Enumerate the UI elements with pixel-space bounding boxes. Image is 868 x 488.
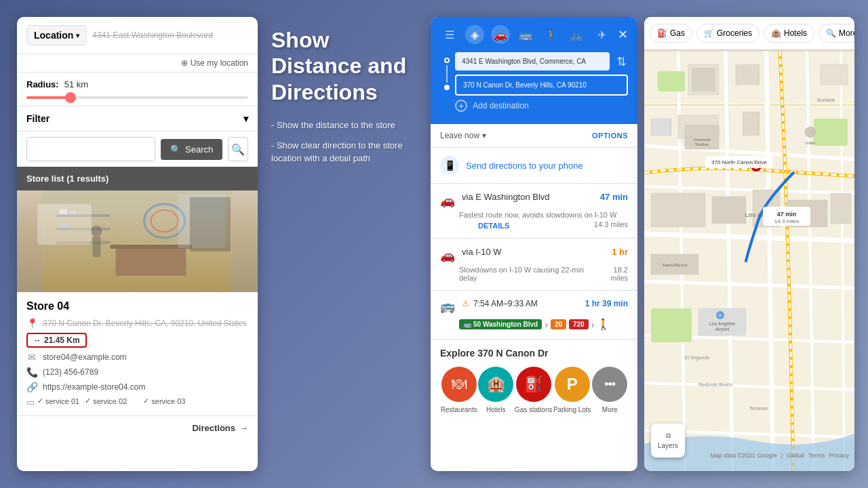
route-line: [446, 65, 448, 83]
directions-label: Directions: [192, 423, 235, 433]
svg-text:Studios: Studios: [695, 142, 709, 146]
transit-route[interactable]: 🚌 ⚠ 7:54 AM–9:33 AM 1 hr 39 min 🚌 50 Was…: [431, 291, 637, 340]
svg-rect-9: [116, 249, 186, 276]
parking-circle: P: [555, 367, 590, 402]
leave-now-button[interactable]: Leave now ▾: [440, 131, 486, 140]
svg-rect-35: [736, 64, 760, 85]
tab-bike-icon[interactable]: 🚲: [567, 25, 586, 44]
search-button[interactable]: 🔍 Search: [161, 139, 222, 160]
use-location-label: Use my location: [191, 58, 248, 68]
location-label: Location: [34, 30, 73, 41]
options-button[interactable]: OPTIONS: [592, 131, 628, 140]
distance-value: 21.45 Km: [44, 336, 80, 345]
gas-chip[interactable]: ⛽ Gas: [650, 24, 692, 43]
badge-arrow-1: ›: [545, 319, 548, 330]
footer-terms[interactable]: Terms: [808, 452, 825, 459]
service-label-2: service 02: [93, 397, 127, 405]
store-list-header: Store list (1 results): [17, 167, 258, 190]
route-1-details-link[interactable]: DETAILS: [478, 222, 509, 230]
filter-row[interactable]: Filter ▾: [17, 106, 258, 131]
svg-rect-32: [651, 308, 692, 342]
service-item-2: ✓ service 02: [85, 396, 127, 405]
location-dropdown[interactable]: Location ▾: [26, 25, 87, 45]
route-2-desc: Slowdowns on I-10 W causing 22-min delay: [459, 266, 596, 282]
send-directions-row[interactable]: 📱 Send directions to your phone: [431, 148, 637, 184]
directions-row: Directions →: [17, 415, 258, 440]
svg-rect-2: [56, 214, 111, 217]
route-option-2[interactable]: 🚗 via I-10 W 1 hr Slowdowns on I-10 W ca…: [431, 239, 637, 291]
use-location-row: ⊕ Use my location: [17, 54, 258, 73]
map-more-button[interactable]: 🔍 More: [818, 24, 854, 43]
leave-now-chevron: ▾: [482, 131, 486, 140]
svg-rect-6: [70, 211, 77, 214]
tab-car-icon[interactable]: 🚗: [491, 25, 510, 44]
tab-menu-icon[interactable]: ☰: [440, 25, 459, 44]
search-input[interactable]: [26, 137, 155, 161]
destination-input[interactable]: [455, 75, 628, 96]
search-icon-button[interactable]: 🔍: [228, 137, 248, 161]
gas-circle: ⛽: [516, 367, 551, 402]
svg-rect-30: [658, 71, 685, 92]
route-1-distance: 14.3 miles: [594, 220, 628, 228]
link-icon: 🔗: [26, 382, 37, 392]
tab-directions-icon[interactable]: ◈: [465, 25, 484, 44]
store-website-row: 🔗 https://example-store04.com: [26, 382, 248, 392]
transit-duration: 1 hr 39 min: [585, 299, 628, 308]
search-row: 🔍 Search 🔍: [17, 131, 258, 167]
explore-gas[interactable]: ⛽ Gas stations: [515, 367, 553, 413]
map-more-label: More: [839, 28, 854, 38]
slider-thumb[interactable]: [65, 92, 76, 103]
map-panel: ⛽ Gas 🛒 Groceries 🏨 Hotels 🔍 More: [644, 17, 854, 471]
add-destination-row[interactable]: + Add destination: [455, 96, 628, 116]
swap-button[interactable]: ⇅: [615, 54, 628, 69]
store-email-row: ✉ store04@example.com: [26, 352, 248, 363]
svg-rect-7: [60, 223, 69, 228]
route-2-header: 🚗 via I-10 W 1 hr: [440, 247, 628, 263]
add-dest-label: Add destination: [473, 101, 529, 110]
store-email: store04@example.com: [43, 352, 127, 362]
explore-hotels[interactable]: 🏨 Hotels: [478, 367, 513, 413]
route-option-1[interactable]: 🚗 via E Washington Blvd 47 min Fastest r…: [431, 184, 637, 239]
check-icon-2: ✓: [85, 396, 91, 405]
explore-restaurants[interactable]: 🍽 Restaurants: [441, 367, 477, 413]
radius-slider-track[interactable]: [26, 96, 248, 99]
svg-rect-3: [56, 228, 111, 230]
route-2-time: 1 hr: [612, 247, 628, 257]
svg-rect-37: [651, 119, 671, 136]
tab-transit-icon[interactable]: 🚌: [516, 25, 535, 44]
layers-label: Layers: [658, 442, 678, 449]
svg-rect-36: [821, 64, 848, 85]
more-label: More: [602, 406, 618, 413]
close-button[interactable]: ✕: [618, 27, 628, 42]
filter-chevron-icon: ▾: [243, 113, 248, 124]
groceries-chip[interactable]: 🛒 Groceries: [696, 24, 760, 43]
chevron-down-icon: ▾: [76, 32, 79, 39]
groceries-chip-icon: 🛒: [704, 28, 714, 38]
map-layers-button[interactable]: ⧉ Layers: [651, 424, 685, 458]
radius-value: 51 km: [64, 79, 88, 89]
left-header: Location ▾ 4341 East Washington Boulevar…: [17, 17, 258, 54]
hotels-chip[interactable]: 🏨 Hotels: [764, 24, 814, 43]
svg-text:47 min: 47 min: [777, 211, 797, 218]
explore-more[interactable]: ••• More: [592, 367, 627, 413]
service-item-1: ✓ service 01: [37, 396, 79, 405]
svg-text:✈: ✈: [718, 313, 722, 318]
directions-tabs: ☰ ◈ 🚗 🚌 🚶 🚲 ✈ ✕: [440, 25, 628, 44]
tab-walk-icon[interactable]: 🚶: [542, 25, 561, 44]
phone-send-icon: 📱: [440, 156, 459, 175]
svg-rect-11: [93, 237, 101, 257]
phone-icon: 📞: [26, 367, 37, 378]
svg-text:Santa Monica: Santa Monica: [663, 263, 688, 267]
footer-global[interactable]: Global: [787, 452, 804, 459]
svg-text:El Segundo: El Segundo: [685, 355, 709, 361]
directions-button[interactable]: Directions →: [192, 423, 248, 433]
explore-parking[interactable]: P Parking Lots: [553, 367, 591, 413]
store-address-row: 📍 370 N Canon Dr, Beverly Hills, CA, 902…: [26, 318, 248, 329]
map-svg[interactable]: Universal Studios Griffith Santa Monica …: [644, 51, 854, 471]
footer-separator-1: |: [781, 452, 783, 459]
check-icon-3: ✓: [143, 396, 149, 405]
tab-flight-icon[interactable]: ✈: [593, 25, 612, 44]
footer-privacy[interactable]: Privacy: [829, 452, 849, 459]
origin-input[interactable]: [455, 52, 610, 70]
use-location-button[interactable]: ⊕ Use my location: [181, 58, 248, 68]
